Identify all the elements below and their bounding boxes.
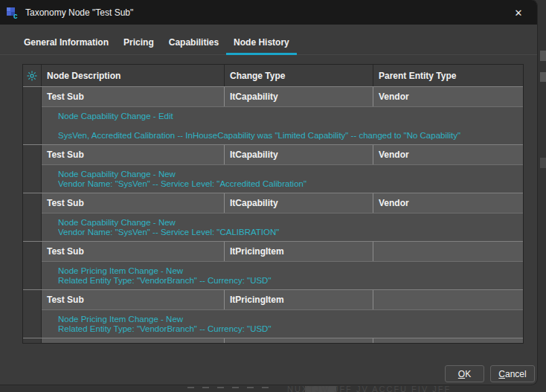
sun-burst-icon — [27, 71, 37, 81]
grid-row-group: Test SubItPricingItemNode Pricing Item C… — [23, 241, 523, 289]
ok-button[interactable]: OK — [445, 365, 484, 382]
background-dashes — [187, 387, 269, 388]
cell-node-description[interactable]: Test Sub — [42, 242, 225, 261]
change-detail-row: Node Pricing Item Change - NewRelated En… — [42, 309, 524, 338]
row-indicator-gutter[interactable] — [23, 193, 42, 241]
dialog-titlebar: c Taxonomy Node "Test Sub" ✕ — [0, 0, 537, 25]
table-row[interactable]: Test SubItCapabilityVendor — [42, 193, 524, 213]
close-icon: ✕ — [515, 7, 523, 19]
cell-parent-entity-type[interactable]: Vendor — [373, 145, 524, 164]
close-button[interactable]: ✕ — [509, 4, 528, 22]
dialog-title: Taxonomy Node "Test Sub" — [25, 7, 133, 18]
table-row[interactable]: Test SubItPricingItem — [42, 290, 524, 309]
change-detail-line: Node Pricing Item Change - New — [58, 266, 520, 276]
background-scrollbar-fragment — [540, 72, 546, 82]
change-detail-line: Related Entity Type: "VendorBranch" -- C… — [58, 324, 520, 334]
table-row[interactable]: Test SubItCapabilityVendor — [42, 145, 524, 164]
tabstrip: General InformationPricingCapabilitiesNo… — [0, 25, 537, 55]
cell-change-type[interactable]: ItCapability — [225, 87, 373, 106]
cell-node-description[interactable]: Test Sub — [42, 290, 225, 309]
cell-node-description[interactable]: Test Sub — [42, 193, 225, 213]
change-detail-row: Node Capability Change - NewVendor Name:… — [42, 213, 524, 241]
change-detail-line: Node Capability Change - New — [58, 170, 520, 179]
column-header-node-description[interactable]: Node Description — [42, 65, 225, 86]
change-detail-row: Node Capability Change - NewVendor Name:… — [42, 164, 524, 193]
cell-parent-entity-type[interactable] — [373, 338, 524, 344]
background-scrollbar-fragment — [540, 158, 546, 168]
change-detail-line: Node Pricing Item Change - New — [58, 315, 520, 324]
cell-parent-entity-type[interactable]: Vendor — [373, 193, 524, 213]
change-detail-row: Node Capability Change - Edit SysVen, Ac… — [42, 106, 524, 144]
table-row[interactable]: Test SubItPricingItem — [42, 338, 524, 344]
row-indicator-gutter[interactable] — [23, 242, 42, 289]
table-row[interactable]: Test SubItCapabilityVendor — [42, 87, 524, 106]
row-indicator-gutter[interactable] — [23, 338, 42, 344]
tab-pricing[interactable]: Pricing — [116, 37, 161, 55]
change-detail-line: SysVen, Accredited Calibration -- InHous… — [58, 131, 520, 141]
node-history-grid: Node Description Change Type Parent Enti… — [22, 64, 524, 344]
background-scrollbar-fragment — [540, 51, 546, 61]
grid-row-group: Test SubItPricingItem — [23, 338, 523, 344]
cell-change-type[interactable]: ItPricingItem — [225, 242, 373, 261]
table-row[interactable]: Test SubItPricingItem — [42, 242, 524, 261]
change-detail-line: Vendor Name: "SysVen" -- Service Level: … — [58, 179, 520, 189]
change-detail-line — [58, 121, 520, 131]
change-detail-line: Vendor Name: "SysVen" -- Service Level: … — [58, 228, 520, 237]
grid-customize-button[interactable] — [23, 65, 42, 86]
cell-node-description[interactable]: Test Sub — [42, 338, 225, 344]
cell-node-description[interactable]: Test Sub — [42, 87, 225, 106]
grid-row-group: Test SubItCapabilityVendorNode Capabilit… — [23, 86, 523, 144]
row-indicator-gutter[interactable] — [23, 290, 42, 338]
cell-change-type[interactable]: ItCapability — [225, 193, 373, 213]
grid-header-row: Node Description Change Type Parent Enti… — [23, 65, 523, 86]
grid-row-group: Test SubItCapabilityVendorNode Capabilit… — [23, 193, 523, 241]
cell-change-type[interactable]: ItPricingItem — [225, 290, 373, 309]
svg-text:c: c — [13, 12, 18, 19]
background-clipped-text: NUXTJW JFF JV ACCFU FIV JFF — [287, 385, 451, 392]
cancel-button[interactable]: Cancel — [490, 365, 535, 382]
row-indicator-gutter[interactable] — [23, 87, 42, 144]
cell-node-description[interactable]: Test Sub — [42, 145, 225, 164]
cell-change-type[interactable]: ItCapability — [225, 145, 373, 164]
cell-parent-entity-type[interactable]: Vendor — [373, 87, 524, 106]
change-detail-line: Node Capability Change - Edit — [58, 112, 520, 121]
column-header-change-type[interactable]: Change Type — [225, 65, 373, 86]
cell-parent-entity-type[interactable] — [373, 290, 524, 309]
tab-general-information[interactable]: General Information — [16, 37, 116, 55]
column-header-parent-entity-type[interactable]: Parent Entity Type — [373, 65, 523, 86]
cell-parent-entity-type[interactable] — [373, 242, 524, 261]
app-icon: c — [5, 6, 19, 19]
change-detail-line: Related Entity Type: "VendorBranch" -- C… — [58, 276, 520, 286]
change-detail-line: Node Capability Change - New — [58, 218, 520, 228]
grid-row-group: Test SubItCapabilityVendorNode Capabilit… — [23, 144, 523, 193]
tab-capabilities[interactable]: Capabilities — [161, 37, 226, 55]
row-indicator-gutter[interactable] — [23, 145, 42, 193]
cell-change-type[interactable]: ItPricingItem — [225, 338, 373, 344]
change-detail-row: Node Pricing Item Change - NewRelated En… — [42, 261, 524, 289]
taxonomy-node-dialog: c Taxonomy Node "Test Sub" ✕ General Inf… — [0, 0, 537, 385]
tab-node-history[interactable]: Node History — [226, 37, 297, 55]
grid-row-group: Test SubItPricingItemNode Pricing Item C… — [23, 289, 523, 338]
